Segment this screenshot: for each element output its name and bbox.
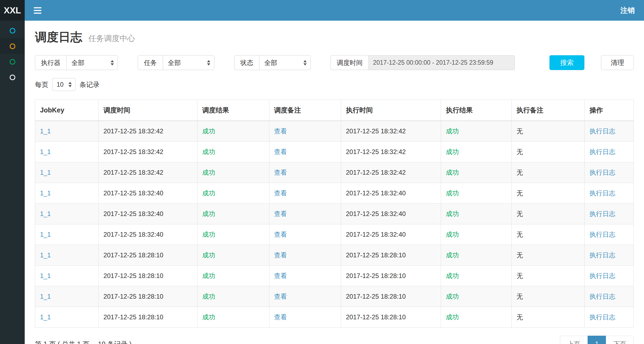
execution-log-link[interactable]: 执行日志 — [589, 272, 615, 279]
clean-button[interactable]: 清理 — [601, 55, 634, 70]
execution-log-link[interactable]: 执行日志 — [589, 313, 615, 321]
trigger-result-cell: 成功 — [197, 121, 269, 142]
table-body: 1_1 2017-12-25 18:32:42 成功 查看 2017-12-25… — [35, 121, 634, 328]
job-select-wrap: 全部 — [163, 55, 214, 70]
circle-icon — [10, 28, 15, 34]
trigger-time-cell: 2017-12-25 18:32:42 — [99, 142, 197, 162]
jobkey-link[interactable]: 1_1 — [40, 231, 51, 238]
trigger-result-cell: 成功 — [197, 142, 269, 162]
app-logo-text: XXL — [4, 5, 21, 16]
execution-log-link[interactable]: 执行日志 — [589, 169, 615, 176]
trigger-msg-cell: 查看 — [269, 286, 341, 307]
execution-log-link[interactable]: 执行日志 — [589, 251, 615, 259]
jobkey-link[interactable]: 1_1 — [40, 189, 51, 197]
jobkey-link[interactable]: 1_1 — [40, 127, 51, 135]
circle-icon — [10, 59, 15, 65]
trigger-time-cell: 2017-12-25 18:32:40 — [99, 204, 197, 224]
jobkey-link[interactable]: 1_1 — [40, 313, 51, 321]
trigger-time-cell: 2017-12-25 18:32:42 — [99, 162, 197, 183]
main-content: 调度日志 任务调度中心 执行器 全部 任务 全部 状态 — [25, 21, 644, 344]
column-header-6: 执行结果 — [441, 100, 512, 121]
next-page-button[interactable]: 下页 — [606, 336, 634, 344]
handle-time-cell: 2017-12-25 18:32:42 — [341, 162, 441, 183]
handle-msg-cell: 无 — [512, 307, 585, 328]
trigger-msg-link[interactable]: 查看 — [274, 293, 287, 300]
executor-select[interactable]: 全部 — [66, 55, 118, 70]
handle-time-cell: 2017-12-25 18:32:40 — [341, 204, 441, 224]
trigger-msg-link[interactable]: 查看 — [274, 169, 287, 176]
handle-result-cell: 成功 — [441, 162, 512, 183]
job-filter-group: 任务 全部 — [138, 55, 214, 70]
search-button[interactable]: 搜索 — [549, 55, 584, 70]
filter-bar: 执行器 全部 任务 全部 状态 全部 — [35, 55, 634, 70]
trigger-msg-cell: 查看 — [269, 142, 341, 162]
app-logo[interactable]: XXL — [0, 0, 25, 21]
table-row: 1_1 2017-12-25 18:32:40 成功 查看 2017-12-25… — [35, 183, 634, 204]
page-title: 调度日志 — [35, 30, 82, 43]
page-size-row: 每页 10 条记录 — [35, 78, 634, 91]
trigger-msg-link[interactable]: 查看 — [274, 251, 287, 259]
sidebar-item-1[interactable] — [0, 23, 25, 38]
jobkey-link[interactable]: 1_1 — [40, 169, 51, 176]
handle-result-cell: 成功 — [441, 121, 512, 142]
jobkey-link[interactable]: 1_1 — [40, 148, 51, 155]
trigger-msg-link[interactable]: 查看 — [274, 148, 287, 155]
hamburger-icon — [34, 7, 41, 14]
logout-link[interactable]: 注销 — [620, 6, 635, 15]
column-header-4: 调度备注 — [269, 100, 341, 121]
dispatch-log-table: JobKey调度时间调度结果调度备注执行时间执行结果执行备注操作 1_1 201… — [35, 100, 634, 328]
status-select-wrap: 全部 — [259, 55, 311, 70]
executor-select-wrap: 全部 — [66, 55, 118, 70]
trigger-msg-link[interactable]: 查看 — [274, 127, 287, 135]
execution-log-link[interactable]: 执行日志 — [589, 231, 615, 238]
trigger-result-cell: 成功 — [197, 266, 269, 286]
jobkey-link[interactable]: 1_1 — [40, 272, 51, 279]
handle-time-cell: 2017-12-25 18:28:10 — [341, 286, 441, 307]
page-size-select[interactable]: 10 — [52, 78, 76, 91]
execution-log-link[interactable]: 执行日志 — [589, 293, 615, 300]
trigger-result-cell: 成功 — [197, 245, 269, 266]
handle-time-cell: 2017-12-25 18:32:42 — [341, 121, 441, 142]
sidebar-item-4[interactable] — [0, 69, 25, 85]
trigger-msg-cell: 查看 — [269, 162, 341, 183]
action-cell: 执行日志 — [585, 224, 634, 245]
jobkey-link[interactable]: 1_1 — [40, 293, 51, 300]
sidebar-toggle-button[interactable] — [34, 7, 41, 14]
sidebar-item-3[interactable] — [0, 54, 25, 69]
trigger-result-cell: 成功 — [197, 162, 269, 183]
trigger-time-label: 调度时间 — [331, 55, 368, 70]
trigger-result-cell: 成功 — [197, 286, 269, 307]
trigger-msg-link[interactable]: 查看 — [274, 189, 287, 197]
executor-filter-group: 执行器 全部 — [35, 55, 118, 70]
execution-log-link[interactable]: 执行日志 — [589, 189, 615, 197]
trigger-msg-cell: 查看 — [269, 245, 341, 266]
jobkey-cell: 1_1 — [35, 307, 99, 328]
action-cell: 执行日志 — [585, 162, 634, 183]
jobkey-link[interactable]: 1_1 — [40, 251, 51, 259]
handle-msg-cell: 无 — [512, 162, 585, 183]
sidebar-item-2[interactable] — [0, 38, 25, 54]
action-cell: 执行日志 — [585, 266, 634, 286]
trigger-msg-link[interactable]: 查看 — [274, 231, 287, 238]
jobkey-link[interactable]: 1_1 — [40, 210, 51, 217]
trigger-result-cell: 成功 — [197, 224, 269, 245]
table-row: 1_1 2017-12-25 18:32:40 成功 查看 2017-12-25… — [35, 224, 634, 245]
jobkey-cell: 1_1 — [35, 266, 99, 286]
status-select[interactable]: 全部 — [259, 55, 311, 70]
execution-log-link[interactable]: 执行日志 — [589, 148, 615, 155]
execution-log-link[interactable]: 执行日志 — [589, 127, 615, 135]
table-row: 1_1 2017-12-25 18:32:40 成功 查看 2017-12-25… — [35, 204, 634, 224]
trigger-msg-link[interactable]: 查看 — [274, 210, 287, 217]
prev-page-button[interactable]: 上页 — [560, 336, 588, 344]
page-1-button[interactable]: 1 — [588, 336, 606, 344]
action-cell: 执行日志 — [585, 183, 634, 204]
execution-log-link[interactable]: 执行日志 — [589, 210, 615, 217]
trigger-msg-link[interactable]: 查看 — [274, 313, 287, 321]
jobkey-cell: 1_1 — [35, 121, 99, 142]
action-cell: 执行日志 — [585, 307, 634, 328]
trigger-msg-link[interactable]: 查看 — [274, 272, 287, 279]
handle-msg-cell: 无 — [512, 224, 585, 245]
action-cell: 执行日志 — [585, 286, 634, 307]
trigger-time-range-input[interactable] — [368, 55, 515, 70]
job-select[interactable]: 全部 — [163, 55, 214, 70]
